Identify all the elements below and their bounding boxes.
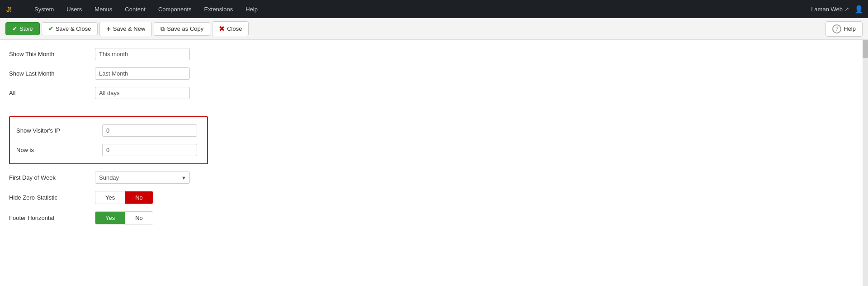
hide-zero-yes-button[interactable]: Yes	[95, 191, 125, 204]
nav-content[interactable]: Content	[119, 3, 151, 15]
save-new-plus-icon: +	[106, 25, 110, 33]
all-label: All	[9, 90, 95, 96]
save-new-button[interactable]: + Save & New	[99, 22, 152, 36]
toolbar-right: ? Help	[826, 21, 863, 37]
nav-users[interactable]: Users	[61, 3, 87, 15]
toolbar: ✔ Save ✔ Save & Close + Save & New ⧉ Sav…	[0, 18, 868, 40]
help-button[interactable]: ? Help	[826, 21, 863, 37]
all-row: All	[9, 83, 859, 103]
user-icon[interactable]: 👤	[854, 5, 863, 14]
hide-zero-row: Hide Zero-Statistic Yes No	[9, 187, 859, 208]
scrollbar-thumb[interactable]	[863, 40, 868, 58]
show-last-month-row: Show Last Month	[9, 64, 859, 83]
show-last-month-label: Show Last Month	[9, 70, 95, 77]
highlight-section: Show Visitor's IP Now is	[9, 116, 208, 164]
footer-horizontal-row: Footer Horizontal Yes No	[9, 208, 859, 228]
hide-zero-no-button[interactable]: No	[125, 191, 153, 204]
nav-system[interactable]: System	[29, 3, 59, 15]
now-is-input[interactable]	[102, 144, 197, 156]
main-content: Show This Month Show Last Month All Show…	[0, 40, 868, 286]
close-button[interactable]: ✖ Close	[212, 21, 249, 36]
scrollbar-track	[863, 40, 868, 286]
footer-horizontal-label: Footer Horizontal	[9, 214, 95, 221]
user-link[interactable]: Laman Web ↗	[811, 6, 849, 13]
footer-horizontal-toggle: Yes No	[95, 211, 153, 224]
show-this-month-row: Show This Month	[9, 44, 859, 64]
now-is-row: Now is	[16, 140, 201, 160]
footer-horizontal-no-button[interactable]: No	[125, 212, 153, 224]
save-button[interactable]: ✔ Save	[5, 22, 40, 35]
save-copy-button[interactable]: ⧉ Save as Copy	[154, 22, 210, 36]
nav-extensions[interactable]: Extensions	[199, 3, 239, 15]
hide-zero-label: Hide Zero-Statistic	[9, 194, 95, 201]
show-visitor-ip-label: Show Visitor's IP	[16, 127, 102, 134]
footer-horizontal-yes-button[interactable]: Yes	[95, 212, 125, 224]
show-this-month-input[interactable]	[95, 48, 190, 60]
first-day-row: First Day of Week Sunday Monday Tuesday …	[9, 168, 859, 187]
nav-menus[interactable]: Menus	[89, 3, 118, 15]
save-copy-icon: ⧉	[160, 25, 165, 33]
show-visitor-ip-row: Show Visitor's IP	[16, 121, 201, 140]
help-question-icon: ?	[832, 24, 841, 33]
first-day-label: First Day of Week	[9, 174, 95, 181]
hide-zero-toggle: Yes No	[95, 191, 153, 204]
save-close-check-icon: ✔	[48, 25, 53, 32]
joomla-logo-icon: J!	[5, 3, 17, 15]
spacer-1	[9, 103, 859, 110]
svg-text:J!: J!	[6, 6, 12, 13]
show-last-month-input[interactable]	[95, 67, 190, 80]
all-input[interactable]	[95, 87, 190, 99]
show-this-month-label: Show This Month	[9, 51, 95, 57]
first-day-select-wrapper: Sunday Monday Tuesday Wednesday Thursday…	[95, 172, 190, 184]
nav-components[interactable]: Components	[153, 3, 197, 15]
navbar-links: System Users Menus Content Components Ex…	[29, 3, 811, 15]
now-is-label: Now is	[16, 147, 102, 153]
navbar-brand: J!	[5, 3, 20, 15]
external-link-icon: ↗	[844, 6, 849, 12]
close-x-icon: ✖	[219, 24, 225, 33]
nav-help[interactable]: Help	[240, 3, 263, 15]
show-visitor-ip-input[interactable]	[102, 124, 197, 137]
first-day-select[interactable]: Sunday Monday Tuesday Wednesday Thursday…	[95, 172, 190, 184]
navbar-right: Laman Web ↗ 👤	[811, 5, 863, 14]
user-name: Laman Web	[811, 6, 843, 13]
save-check-icon: ✔	[12, 25, 17, 32]
save-close-button[interactable]: ✔ Save & Close	[42, 22, 98, 35]
navbar: J! System Users Menus Content Components…	[0, 0, 868, 18]
